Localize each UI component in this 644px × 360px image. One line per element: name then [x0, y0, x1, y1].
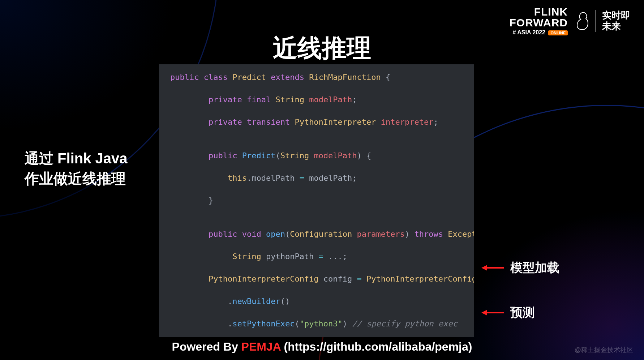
annotation-label-1: 模型加载 [510, 260, 559, 276]
side-line2: 作业做近线推理 [25, 168, 128, 189]
watermark: @稀土掘金技术社区 [575, 346, 633, 354]
cn-line2: 未来 [602, 21, 630, 32]
logo-line1: FLINK [510, 7, 568, 17]
annotation-predict: 预测 [478, 304, 535, 321]
slide-title: 近线推理 [0, 32, 644, 65]
logo-divider [595, 10, 596, 32]
code-block: public class Predict extends RichMapFunc… [159, 64, 474, 337]
arrow-left-icon [478, 310, 504, 315]
cn-line1: 实时即 [602, 10, 630, 21]
side-line1: 通过 Flink Java [25, 148, 128, 168]
footer-url: (https://github.com/alibaba/pemja) [281, 340, 472, 353]
logo-chinese: 实时即 未来 [602, 10, 630, 32]
squirrel-icon [574, 12, 589, 30]
arrow-left-icon [478, 265, 504, 270]
footer-brand: PEMJA [241, 340, 281, 353]
logo-line2: FORWARD [510, 17, 568, 28]
side-description: 通过 Flink Java 作业做近线推理 [25, 148, 128, 189]
footer-credit: Powered By PEMJA (https://github.com/ali… [0, 340, 644, 353]
annotation-label-2: 预测 [510, 304, 535, 321]
flink-forward-logo: FLINK FORWARD # ASIA 2022 ONLINE [510, 7, 568, 35]
event-logo: FLINK FORWARD # ASIA 2022 ONLINE 实时即 未来 [510, 7, 630, 35]
footer-prefix: Powered By [172, 340, 241, 353]
annotation-model-load: 模型加载 [478, 260, 559, 276]
